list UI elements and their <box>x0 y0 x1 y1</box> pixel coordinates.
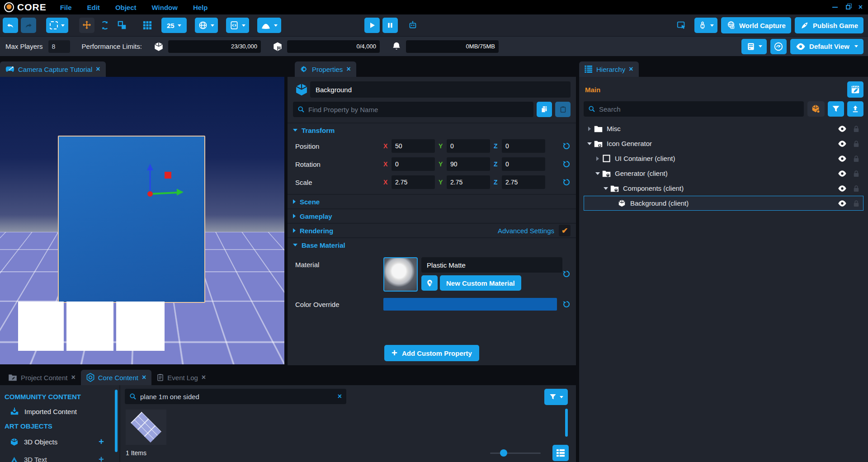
lock-icon[interactable] <box>853 125 859 132</box>
close-icon[interactable]: × <box>96 65 100 73</box>
tab-core-content[interactable]: Core Content × <box>81 370 152 385</box>
tree-item-ui-container[interactable]: UI Container (client) <box>584 151 863 166</box>
scale-tool-button[interactable] <box>115 19 129 32</box>
redo-button[interactable] <box>21 18 36 33</box>
hierarchy-search-input[interactable] <box>599 105 799 113</box>
section-gameplay[interactable]: Gameplay <box>288 208 576 223</box>
menu-file[interactable]: File <box>60 4 72 11</box>
tab-hierarchy[interactable]: Hierarchy × <box>579 61 639 77</box>
property-search-input[interactable] <box>308 106 529 113</box>
paste-properties-button[interactable] <box>555 102 571 117</box>
lock-icon[interactable] <box>853 140 859 147</box>
lock-icon[interactable] <box>853 170 859 177</box>
sidebar-item-3d-objects[interactable]: 3D Objects + <box>0 433 119 451</box>
world-settings-dropdown[interactable] <box>195 18 218 33</box>
position-x-input[interactable] <box>392 139 435 153</box>
snap-size-dropdown[interactable]: 25 <box>161 18 187 33</box>
add-custom-property-button[interactable]: + Add Custom Property <box>384 345 479 361</box>
lock-icon[interactable] <box>853 155 859 162</box>
tab-camera-capture-tutorial[interactable]: Camera Capture Tutorial × <box>0 61 106 77</box>
collapse-arrow-icon[interactable] <box>602 187 609 190</box>
visibility-eye-icon[interactable] <box>838 126 847 132</box>
thumbnail-size-slider[interactable] <box>490 449 541 457</box>
lock-icon[interactable] <box>853 185 859 192</box>
grid-snap-button[interactable] <box>141 19 154 32</box>
collapse-arrow-icon[interactable] <box>586 142 593 145</box>
material-thumbnail[interactable] <box>383 257 418 292</box>
sidebar-item-imported-content[interactable]: Imported Content <box>0 404 119 419</box>
visibility-eye-icon[interactable] <box>838 200 847 207</box>
cinematic-capture-button[interactable] <box>847 81 863 98</box>
world-capture-button[interactable]: World Capture <box>721 17 791 33</box>
menu-help[interactable]: Help <box>193 4 208 11</box>
reset-rotation-button[interactable] <box>562 160 571 168</box>
property-search-field[interactable] <box>293 102 533 117</box>
reset-scale-button[interactable] <box>562 178 571 186</box>
close-icon[interactable]: × <box>142 373 146 382</box>
tab-event-log[interactable]: Event Log × <box>151 370 211 385</box>
position-z-input[interactable] <box>502 139 545 153</box>
scale-y-input[interactable] <box>447 175 490 189</box>
slider-knob[interactable] <box>500 449 507 457</box>
visibility-eye-icon[interactable] <box>838 170 847 177</box>
scale-x-input[interactable] <box>392 175 435 189</box>
reset-color-button[interactable] <box>562 300 571 308</box>
content-search-field[interactable]: × <box>125 389 346 404</box>
menu-edit[interactable]: Edit <box>87 4 100 11</box>
rotation-x-input[interactable] <box>392 157 435 171</box>
position-y-input[interactable] <box>447 139 490 153</box>
play-button[interactable] <box>364 18 380 33</box>
slider-track[interactable] <box>490 453 541 454</box>
sidebar-scrollbar[interactable] <box>115 390 118 452</box>
max-players-input[interactable] <box>48 40 70 53</box>
visibility-eye-icon[interactable] <box>838 156 847 162</box>
section-scene[interactable]: Scene <box>288 194 576 208</box>
clear-search-icon[interactable]: × <box>338 392 342 401</box>
selection-mode-dropdown[interactable] <box>46 18 68 33</box>
material-name-field[interactable]: Plastic Matte <box>421 257 562 273</box>
close-icon[interactable]: × <box>629 65 633 73</box>
save-dropdown[interactable] <box>741 39 767 54</box>
section-rendering[interactable]: Rendering Advanced Settings ✔ <box>288 223 576 237</box>
close-icon[interactable]: × <box>202 373 206 382</box>
visibility-eye-icon[interactable] <box>838 185 847 192</box>
transform-gizmo[interactable] <box>132 156 195 210</box>
object-name-input[interactable] <box>310 81 571 98</box>
tree-item-icon-generator[interactable]: Icon Generator <box>584 136 863 151</box>
section-transform[interactable]: Transform <box>288 123 576 137</box>
restore-button[interactable] <box>846 5 850 9</box>
hierarchy-search-field[interactable] <box>584 101 804 117</box>
minimize-button[interactable] <box>832 7 838 8</box>
add-3d-text-button[interactable]: + <box>99 454 119 462</box>
menu-window[interactable]: Window <box>152 4 178 11</box>
color-override-swatch[interactable] <box>383 298 557 311</box>
tree-item-background-selected[interactable]: Background (client) <box>584 196 863 211</box>
section-base-material[interactable]: Base Material <box>288 237 576 252</box>
close-icon[interactable]: × <box>346 65 350 73</box>
tab-project-content[interactable]: Project Content × <box>3 370 81 385</box>
rotate-tool-button[interactable] <box>98 19 112 32</box>
collapse-arrow-icon[interactable] <box>594 172 601 175</box>
tree-item-generator[interactable]: Generator (client) <box>584 166 863 181</box>
undo-button[interactable] <box>3 18 18 33</box>
asset-plane-1m-one-sided[interactable] <box>126 410 166 445</box>
export-template-button[interactable] <box>847 101 863 117</box>
pause-button[interactable] <box>382 18 398 33</box>
script-dropdown[interactable] <box>226 18 249 33</box>
content-scrollbar[interactable] <box>565 409 568 437</box>
reset-position-button[interactable] <box>562 142 571 150</box>
copy-properties-button[interactable] <box>537 102 552 117</box>
publish-game-button[interactable]: Publish Game <box>795 17 863 33</box>
expand-arrow-icon[interactable] <box>586 127 593 131</box>
menu-object[interactable]: Object <box>115 4 137 11</box>
default-view-dropdown[interactable]: Default View <box>790 39 863 54</box>
new-custom-material-button[interactable]: New Custom Material <box>440 275 521 291</box>
sidebar-item-3d-text[interactable]: 3D Text + <box>0 451 119 462</box>
close-icon[interactable]: × <box>71 373 75 382</box>
advanced-settings-checkbox[interactable]: ✔ <box>559 225 571 236</box>
performance-gauge-button[interactable] <box>770 39 787 54</box>
lock-icon[interactable] <box>853 200 859 207</box>
tree-item-components[interactable]: Components (client) <box>584 181 863 196</box>
find-material-button[interactable] <box>421 275 438 291</box>
show-networked-objects-button[interactable] <box>807 101 825 117</box>
